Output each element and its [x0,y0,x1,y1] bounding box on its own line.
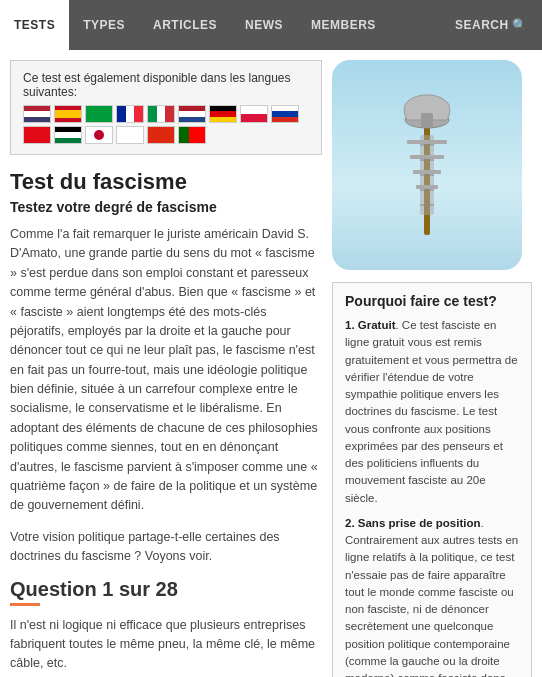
why-title: Pourquoi faire ce test? [345,293,519,309]
flags-container [23,105,309,144]
axe-svg [377,85,477,245]
flag-ru[interactable] [271,105,299,123]
page-subtitle: Testez votre degré de fascisme [10,199,322,215]
nav-search[interactable]: SEARCH 🔍 [441,0,542,50]
flag-br[interactable] [85,105,113,123]
language-box: Ce test est également disponible dans le… [10,60,322,155]
flag-nl[interactable] [178,105,206,123]
flag-ar[interactable] [54,126,82,144]
flag-us[interactable] [23,105,51,123]
why-point-2-title: 2. Sans prise de position [345,517,480,529]
flag-fr[interactable] [116,105,144,123]
question-underline [10,603,40,606]
body-text-2: Votre vision politique partage-t-elle ce… [10,528,322,567]
svg-rect-11 [413,170,441,174]
nav-articles[interactable]: ARTICLES [139,0,231,50]
why-text: 1. Gratuit. Ce test fasciste en ligne gr… [345,317,519,677]
test-image [332,60,522,270]
why-point-1-title: 1. Gratuit [345,319,395,331]
lang-box-text: Ce test est également disponible dans le… [23,71,309,99]
flag-kr[interactable] [116,126,144,144]
svg-rect-10 [410,155,444,159]
nav-news[interactable]: NEWS [231,0,297,50]
flag-pt[interactable] [178,126,206,144]
flag-jp[interactable] [85,126,113,144]
flag-de[interactable] [209,105,237,123]
why-point-2: 2. Sans prise de position. Contrairement… [345,515,519,677]
body-text-1: Comme l'a fait remarquer le juriste amér… [10,225,322,516]
why-box: Pourquoi faire ce test? 1. Gratuit. Ce t… [332,282,532,677]
why-point-2-text: . Contrairement aux autres tests en lign… [345,517,518,677]
nav-tests[interactable]: TESTS [0,0,69,50]
svg-rect-12 [416,185,438,189]
question-text: Il n'est ni logique ni efficace que plus… [10,616,322,672]
svg-rect-9 [407,140,447,144]
svg-rect-2 [421,113,433,128]
flag-it[interactable] [147,105,175,123]
right-column: Pourquoi faire ce test? 1. Gratuit. Ce t… [332,60,532,677]
why-point-1-text: . Ce test fasciste en ligne gratuit vous… [345,319,518,504]
flag-pl[interactable] [240,105,268,123]
why-point-1: 1. Gratuit. Ce test fasciste en ligne gr… [345,317,519,507]
nav-members[interactable]: MEMBERS [297,0,390,50]
nav-types[interactable]: TYPES [69,0,139,50]
page-title: Test du fascisme [10,169,322,195]
main-container: Ce test est également disponible dans le… [0,50,542,677]
flag-es[interactable] [54,105,82,123]
flag-cn[interactable] [147,126,175,144]
left-column: Ce test est également disponible dans le… [10,60,322,677]
question-title: Question 1 sur 28 [10,578,322,601]
navigation: TESTS TYPES ARTICLES NEWS MEMBERS SEARCH… [0,0,542,50]
flag-tr[interactable] [23,126,51,144]
